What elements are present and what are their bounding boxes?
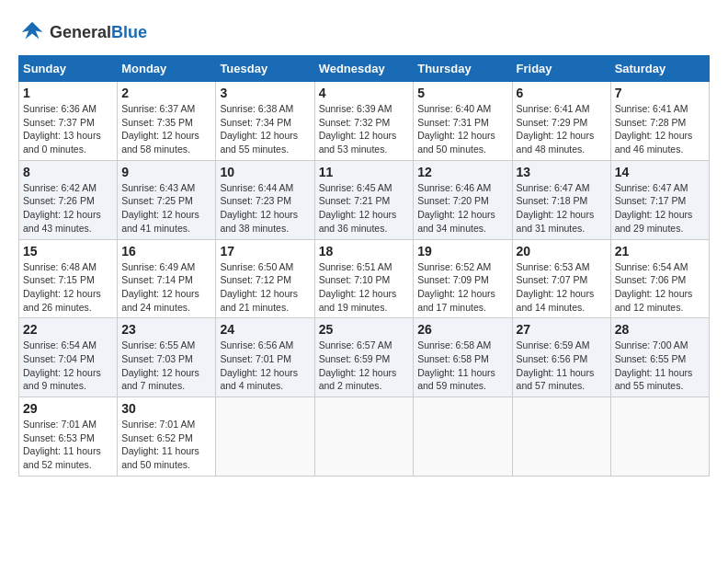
calendar-day-1: 1Sunrise: 6:36 AM Sunset: 7:37 PM Daylig…	[19, 82, 118, 161]
day-number: 13	[517, 165, 607, 179]
calendar-day-18: 18Sunrise: 6:51 AM Sunset: 7:10 PM Dayli…	[314, 239, 414, 318]
svg-marker-0	[22, 22, 43, 40]
calendar-day-empty	[610, 397, 709, 477]
day-number: 26	[417, 322, 507, 337]
day-info: Sunrise: 6:37 AM Sunset: 7:35 PM Dayligh…	[121, 102, 211, 156]
calendar-day-24: 24Sunrise: 6:56 AM Sunset: 7:01 PM Dayli…	[216, 318, 314, 397]
day-info: Sunrise: 6:36 AM Sunset: 7:37 PM Dayligh…	[23, 102, 113, 156]
calendar-day-10: 10Sunrise: 6:44 AM Sunset: 7:23 PM Dayli…	[216, 160, 314, 239]
calendar-day-empty	[314, 397, 414, 477]
day-info: Sunrise: 6:48 AM Sunset: 7:15 PM Dayligh…	[23, 260, 113, 315]
calendar-day-30: 30Sunrise: 7:01 AM Sunset: 6:52 PM Dayli…	[118, 397, 216, 477]
day-info: Sunrise: 6:44 AM Sunset: 7:23 PM Dayligh…	[220, 181, 310, 236]
page-header: GeneralBlue	[18, 18, 710, 46]
weekday-header-thursday: Thursday	[414, 56, 512, 82]
day-info: Sunrise: 6:54 AM Sunset: 7:06 PM Dayligh…	[615, 260, 705, 315]
calendar-day-3: 3Sunrise: 6:38 AM Sunset: 7:34 PM Daylig…	[216, 82, 314, 161]
day-number: 7	[615, 86, 705, 100]
day-number: 29	[23, 401, 113, 416]
day-info: Sunrise: 6:59 AM Sunset: 6:56 PM Dayligh…	[517, 339, 607, 393]
weekday-header-monday: Monday	[118, 56, 216, 82]
calendar-day-28: 28Sunrise: 7:00 AM Sunset: 6:55 PM Dayli…	[610, 318, 709, 397]
day-number: 2	[121, 86, 211, 100]
day-number: 1	[23, 86, 113, 100]
day-number: 10	[220, 165, 310, 179]
calendar-day-5: 5Sunrise: 6:40 AM Sunset: 7:31 PM Daylig…	[414, 82, 512, 161]
weekday-header-tuesday: Tuesday	[216, 56, 314, 82]
day-info: Sunrise: 6:55 AM Sunset: 7:03 PM Dayligh…	[121, 339, 211, 393]
day-number: 28	[615, 322, 705, 337]
day-number: 6	[517, 86, 607, 100]
day-info: Sunrise: 7:01 AM Sunset: 6:52 PM Dayligh…	[121, 418, 211, 472]
calendar-day-6: 6Sunrise: 6:41 AM Sunset: 7:29 PM Daylig…	[512, 82, 610, 161]
calendar-day-19: 19Sunrise: 6:52 AM Sunset: 7:09 PM Dayli…	[414, 239, 512, 318]
calendar-day-empty	[512, 397, 610, 477]
day-info: Sunrise: 6:43 AM Sunset: 7:25 PM Dayligh…	[121, 181, 211, 236]
calendar-day-11: 11Sunrise: 6:45 AM Sunset: 7:21 PM Dayli…	[314, 160, 414, 239]
day-info: Sunrise: 6:39 AM Sunset: 7:32 PM Dayligh…	[319, 102, 410, 156]
logo-text: GeneralBlue	[50, 23, 147, 42]
calendar-week-1: 8Sunrise: 6:42 AM Sunset: 7:26 PM Daylig…	[19, 160, 710, 239]
day-number: 23	[121, 322, 211, 337]
day-number: 9	[121, 165, 211, 179]
logo-bird-icon	[18, 18, 46, 46]
day-number: 20	[517, 244, 607, 259]
calendar-table: SundayMondayTuesdayWednesdayThursdayFrid…	[18, 55, 710, 477]
day-info: Sunrise: 6:54 AM Sunset: 7:04 PM Dayligh…	[23, 339, 113, 393]
day-info: Sunrise: 6:40 AM Sunset: 7:31 PM Dayligh…	[417, 102, 507, 156]
day-info: Sunrise: 6:38 AM Sunset: 7:34 PM Dayligh…	[220, 102, 310, 156]
day-number: 22	[23, 322, 113, 337]
day-number: 18	[319, 244, 410, 259]
day-info: Sunrise: 6:56 AM Sunset: 7:01 PM Dayligh…	[220, 339, 310, 393]
day-info: Sunrise: 6:45 AM Sunset: 7:21 PM Dayligh…	[319, 181, 410, 236]
day-number: 19	[417, 244, 507, 259]
weekday-header-sunday: Sunday	[19, 56, 118, 82]
calendar-day-20: 20Sunrise: 6:53 AM Sunset: 7:07 PM Dayli…	[512, 239, 610, 318]
calendar-day-2: 2Sunrise: 6:37 AM Sunset: 7:35 PM Daylig…	[118, 82, 216, 161]
day-number: 25	[319, 322, 410, 337]
day-info: Sunrise: 6:47 AM Sunset: 7:18 PM Dayligh…	[517, 181, 607, 236]
calendar-day-14: 14Sunrise: 6:47 AM Sunset: 7:17 PM Dayli…	[610, 160, 709, 239]
day-info: Sunrise: 6:46 AM Sunset: 7:20 PM Dayligh…	[417, 181, 507, 236]
calendar-day-21: 21Sunrise: 6:54 AM Sunset: 7:06 PM Dayli…	[610, 239, 709, 318]
day-number: 14	[615, 165, 705, 179]
calendar-day-16: 16Sunrise: 6:49 AM Sunset: 7:14 PM Dayli…	[118, 239, 216, 318]
calendar-day-22: 22Sunrise: 6:54 AM Sunset: 7:04 PM Dayli…	[19, 318, 118, 397]
calendar-day-15: 15Sunrise: 6:48 AM Sunset: 7:15 PM Dayli…	[19, 239, 118, 318]
day-info: Sunrise: 6:41 AM Sunset: 7:29 PM Dayligh…	[517, 102, 607, 156]
calendar-day-8: 8Sunrise: 6:42 AM Sunset: 7:26 PM Daylig…	[19, 160, 118, 239]
day-number: 27	[517, 322, 607, 337]
calendar-day-13: 13Sunrise: 6:47 AM Sunset: 7:18 PM Dayli…	[512, 160, 610, 239]
day-info: Sunrise: 6:49 AM Sunset: 7:14 PM Dayligh…	[121, 260, 211, 315]
day-number: 24	[220, 322, 310, 337]
day-info: Sunrise: 6:47 AM Sunset: 7:17 PM Dayligh…	[615, 181, 705, 236]
calendar-header-row: SundayMondayTuesdayWednesdayThursdayFrid…	[19, 56, 710, 82]
day-number: 5	[417, 86, 507, 100]
day-info: Sunrise: 6:57 AM Sunset: 6:59 PM Dayligh…	[319, 339, 410, 393]
day-info: Sunrise: 6:41 AM Sunset: 7:28 PM Dayligh…	[615, 102, 705, 156]
weekday-header-saturday: Saturday	[610, 56, 709, 82]
day-info: Sunrise: 6:58 AM Sunset: 6:58 PM Dayligh…	[417, 339, 507, 393]
day-number: 30	[121, 401, 211, 416]
calendar-week-2: 15Sunrise: 6:48 AM Sunset: 7:15 PM Dayli…	[19, 239, 710, 318]
day-number: 16	[121, 244, 211, 259]
day-number: 21	[615, 244, 705, 259]
calendar-day-17: 17Sunrise: 6:50 AM Sunset: 7:12 PM Dayli…	[216, 239, 314, 318]
day-number: 4	[319, 86, 410, 100]
day-info: Sunrise: 7:00 AM Sunset: 6:55 PM Dayligh…	[615, 339, 705, 393]
weekday-header-friday: Friday	[512, 56, 610, 82]
calendar-day-empty	[216, 397, 314, 477]
calendar-day-27: 27Sunrise: 6:59 AM Sunset: 6:56 PM Dayli…	[512, 318, 610, 397]
day-info: Sunrise: 6:53 AM Sunset: 7:07 PM Dayligh…	[517, 260, 607, 315]
logo: GeneralBlue	[18, 18, 147, 46]
calendar-day-7: 7Sunrise: 6:41 AM Sunset: 7:28 PM Daylig…	[610, 82, 709, 161]
calendar-week-4: 29Sunrise: 7:01 AM Sunset: 6:53 PM Dayli…	[19, 397, 710, 477]
day-number: 17	[220, 244, 310, 259]
calendar-week-0: 1Sunrise: 6:36 AM Sunset: 7:37 PM Daylig…	[19, 82, 710, 161]
calendar-day-26: 26Sunrise: 6:58 AM Sunset: 6:58 PM Dayli…	[414, 318, 512, 397]
calendar-day-23: 23Sunrise: 6:55 AM Sunset: 7:03 PM Dayli…	[118, 318, 216, 397]
day-info: Sunrise: 6:52 AM Sunset: 7:09 PM Dayligh…	[417, 260, 507, 315]
calendar-day-12: 12Sunrise: 6:46 AM Sunset: 7:20 PM Dayli…	[414, 160, 512, 239]
day-number: 3	[220, 86, 310, 100]
day-info: Sunrise: 6:51 AM Sunset: 7:10 PM Dayligh…	[319, 260, 410, 315]
